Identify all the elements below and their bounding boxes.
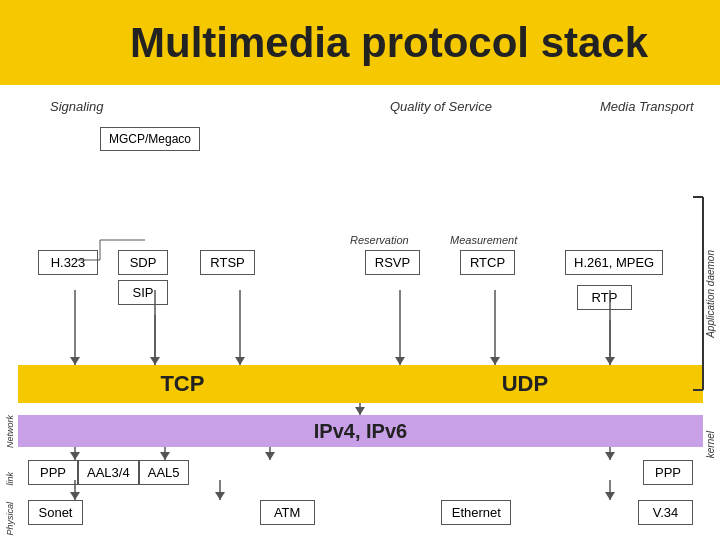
reservation-sublabel: Reservation: [350, 230, 409, 248]
svg-marker-34: [235, 357, 245, 365]
sonet-box: Sonet: [28, 500, 83, 525]
rsvp-box: RSVP: [365, 250, 420, 275]
ppp-left-box: PPP: [28, 460, 78, 485]
svg-marker-57: [605, 492, 615, 500]
udp-label: UDP: [347, 371, 703, 397]
kernel-label: kernel: [702, 395, 718, 495]
svg-marker-55: [215, 492, 225, 500]
link-label: link: [2, 460, 18, 498]
media-transport-label: Media Transport: [600, 97, 694, 115]
sip-box: SIP: [118, 280, 168, 305]
svg-marker-38: [490, 357, 500, 365]
h323-box: H.323: [38, 250, 98, 275]
title-bar: Multimedia protocol stack: [0, 0, 720, 85]
physical-label: Physical: [2, 500, 18, 538]
svg-marker-51: [605, 452, 615, 460]
aal5-box: AAL5: [139, 460, 189, 485]
ppp-right-box: PPP: [643, 460, 693, 485]
v34-box: V.34: [638, 500, 693, 525]
mgcp-box: MGCP/Megaco: [100, 127, 200, 151]
rtp-box: RTP: [577, 285, 632, 310]
tcp-label: TCP: [18, 371, 347, 397]
aal34-box: AAL3/4: [78, 460, 139, 485]
h261-box: H.261, MPEG: [565, 250, 663, 275]
signaling-label: Signaling: [50, 97, 104, 115]
rtsp-box: RTSP: [200, 250, 255, 275]
svg-marker-31: [150, 357, 160, 365]
link-row: PPP AAL3/4 AAL5 PPP: [18, 460, 703, 485]
svg-marker-49: [265, 452, 275, 460]
page-title: Multimedia protocol stack: [130, 19, 648, 67]
network-label: Network: [2, 415, 18, 447]
svg-marker-47: [160, 452, 170, 460]
atm-box: ATM: [260, 500, 315, 525]
svg-marker-40: [605, 357, 615, 365]
measurement-sublabel: Measurement: [450, 230, 517, 248]
ethernet-box: Ethernet: [441, 500, 511, 525]
sdp-box: SDP: [118, 250, 168, 275]
tcp-udp-bar: TCP UDP: [18, 365, 703, 403]
physical-row: Sonet ATM Ethernet V.34: [18, 500, 703, 525]
svg-marker-53: [70, 492, 80, 500]
svg-marker-45: [70, 452, 80, 460]
application-daemon-label: Application daemon: [702, 197, 718, 390]
ip-bar: IPv4, IPv6: [18, 415, 703, 447]
svg-marker-43: [355, 407, 365, 415]
rtcp-box: RTCP: [460, 250, 515, 275]
content-area: Signaling Quality of Service Media Trans…: [0, 85, 720, 540]
svg-marker-29: [70, 357, 80, 365]
svg-marker-36: [395, 357, 405, 365]
qos-label: Quality of Service: [390, 97, 492, 115]
